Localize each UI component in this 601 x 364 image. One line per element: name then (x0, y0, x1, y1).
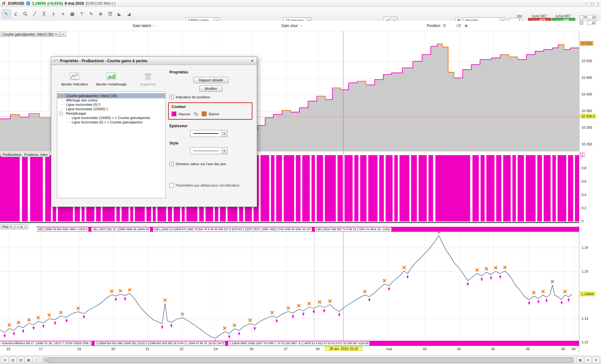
style-dropdown[interactable]: ▾ (190, 147, 227, 154)
chevron-down-icon[interactable]: ▾ (221, 148, 227, 154)
slope-up-tool[interactable]: ◢ (124, 9, 133, 18)
defaults-checkbox[interactable] (169, 183, 174, 187)
session-date: 6 mai 2016 (65, 1, 84, 6)
detailed-report-button[interactable]: Rapport détaillé (193, 77, 228, 83)
price-axis-strip[interactable]: 10 50010 45010 40010 35010 30010 25010 5… (579, 31, 601, 352)
minimize-button[interactable]: ─ (585, 1, 587, 5)
new-chart-button[interactable]: ⊞ (2, 357, 8, 363)
slope-down-tool[interactable]: ◣ (115, 9, 124, 18)
pattern-tool[interactable]: ▦ (68, 9, 77, 18)
axis-value-chip: 10 553 (580, 41, 593, 46)
axis-value-chip: 1,14044 (580, 292, 595, 296)
add-icon[interactable]: ⊕ (20, 225, 23, 229)
axis-tick-label: 0,4 (582, 193, 586, 197)
trade-label: 1,13548 3883 14385 1547 78 4788 7 ,74 70… (228, 341, 369, 345)
hausse-color-swatch[interactable] (172, 111, 176, 116)
draw-tool[interactable]: ✎ (87, 9, 96, 18)
dialog-close-button[interactable]: × (250, 59, 255, 63)
window-icon[interactable]: ▢ (58, 33, 61, 36)
link-icon[interactable] (194, 112, 198, 116)
gain-latent: Gain latent : - (122, 24, 166, 28)
close-icon[interactable]: × (62, 33, 64, 36)
tree-item-equity-curve[interactable]: Courbe gains&pertes: #dev2 (30) (58, 94, 165, 98)
tree-item-fill[interactable]: − Remplissage (58, 111, 165, 116)
date-tick-label: 19 (77, 347, 81, 351)
cursor-tool[interactable]: ↖ (2, 9, 11, 18)
close-icon[interactable]: × (17, 225, 19, 229)
tree-item-fill-child-2[interactable]: Ligne horizontale (0) < > Courbe gains&p… (58, 120, 165, 124)
thickness-dropdown[interactable]: ▾ (190, 130, 227, 137)
text-tool[interactable]: T (77, 9, 86, 18)
page-button[interactable]: ▤ (17, 357, 24, 363)
last-value-checkbox[interactable] (169, 162, 174, 166)
fibonacci-tool[interactable]: ≡ (58, 9, 67, 18)
date-tick-label: 08 (561, 347, 565, 351)
maximize-button[interactable]: ▢ (591, 1, 594, 5)
status-row: Gain latent : - Gain Jour : - Position :… (0, 21, 579, 31)
axis-tick-label: 1,15 (582, 269, 588, 273)
price-chart[interactable] (0, 232, 579, 346)
price-chart-chip[interactable]: Prix ✎▢×⊕↗ (1, 224, 28, 229)
chevron-down-icon[interactable]: ▾ (221, 130, 227, 137)
stop-top-input[interactable] (587, 15, 596, 19)
window-icon[interactable]: ▢ (13, 225, 16, 229)
trade-label: 1@1,15013 309 052 71 5 08 13 2 3341 21 4… (315, 227, 391, 231)
modify-button[interactable]: Modifier (199, 85, 222, 92)
price-chart-pane[interactable] (0, 232, 579, 346)
stop-label: S (584, 15, 587, 19)
crosshair-lines-tool[interactable]: ┼ (49, 9, 58, 18)
delete-indicator-button[interactable]: Supprimer (130, 69, 166, 90)
tree-item-hline-10000[interactable]: Ligne horizontale (10000) 1 (58, 107, 165, 111)
info-icon[interactable]: i (26, 1, 30, 5)
selected-date-chip: 28 avr. 2016 15:10 (325, 346, 362, 351)
tree-item-hline-0[interactable]: Ligne horizontale (0) 2 (58, 102, 165, 107)
positions-chart-chip[interactable]: ProBacktest - Positions: #dev (1, 152, 50, 157)
trash-icon (145, 73, 152, 81)
pane-separator[interactable] (0, 222, 579, 223)
zoom-in-button[interactable]: ⊕ (593, 357, 599, 363)
up-arrow-icon[interactable]: ↗ (24, 225, 26, 229)
trend-line-tool[interactable]: ╱ (30, 9, 39, 18)
protractor-tool[interactable]: ∠ (11, 9, 20, 18)
table-button[interactable]: ▦ (25, 357, 32, 363)
close-button[interactable]: × (597, 1, 599, 5)
add-indicator-button[interactable]: Ajouter indicateur (57, 69, 92, 90)
gear-icon[interactable]: ⊛ (465, 24, 468, 28)
scrollbar-thumb[interactable] (49, 358, 573, 362)
date-tick-label: 28 (316, 347, 319, 351)
scroll-left-button[interactable]: ◄ (44, 358, 49, 362)
edit-icon[interactable]: ✎ (55, 33, 57, 36)
cross-lines-tool[interactable]: ╳ (40, 9, 48, 18)
stop-bottom-input[interactable] (587, 21, 596, 25)
defaults-label: Paramètres par défaut pour cet indicateu… (176, 183, 240, 187)
trade-label: 1@1,13056 30 892 3291 3094 1 3333 3 (36, 227, 88, 231)
defaults-row: Paramètres par défaut pour cet indicateu… (169, 183, 252, 187)
equity-chart-chip[interactable]: Courbe gains&pertes: #dev2 (30) ✎▢× (1, 32, 66, 37)
axis-tick-label: 0,8 (582, 166, 586, 170)
position-count: Position : 0 (427, 24, 445, 28)
candles-button[interactable]: ▥ (9, 357, 16, 363)
chart-mode-button[interactable]: ▦ (577, 357, 584, 363)
date-tick-label: 15 (7, 347, 10, 351)
date-tick-label: 17 (39, 347, 43, 351)
position-pending: / 0 (456, 24, 460, 28)
dialog-title-bar[interactable]: Propriétés - ProBacktest - Courbe gains … (51, 57, 257, 65)
date-tick-label: 26 (250, 347, 253, 351)
tree-item-fill-child-1[interactable]: Ligne horizontale (10000) < > Courbe gai… (58, 116, 165, 120)
horizontal-scrollbar[interactable]: ◄ (43, 357, 573, 363)
zoom-out-button[interactable]: ⊖ (585, 357, 592, 363)
edit-icon[interactable]: ✎ (10, 225, 12, 229)
positions-indicator-checkbox[interactable] (169, 95, 174, 99)
trash-tool[interactable] (106, 9, 114, 18)
baisse-color-swatch[interactable] (202, 111, 207, 116)
stop-checkbox[interactable] (580, 15, 583, 19)
equity-chart-title: Courbe gains&pertes: #dev2 (30) (3, 32, 53, 36)
delete-object-tool[interactable]: ⊗ (96, 9, 105, 18)
collapse-icon[interactable]: − (59, 112, 63, 115)
green-chart-button[interactable]: ◫ (33, 357, 40, 363)
tree-item-orders-display[interactable]: Affichage des ordres (58, 98, 165, 102)
add-fill-button[interactable]: Ajouter remplissage (94, 69, 129, 90)
zoom-tool[interactable] (21, 9, 30, 18)
axis-tick-label: 0 (582, 219, 583, 223)
date-axis[interactable]: 15171920212224262728mai03040506080928 av… (0, 346, 579, 353)
